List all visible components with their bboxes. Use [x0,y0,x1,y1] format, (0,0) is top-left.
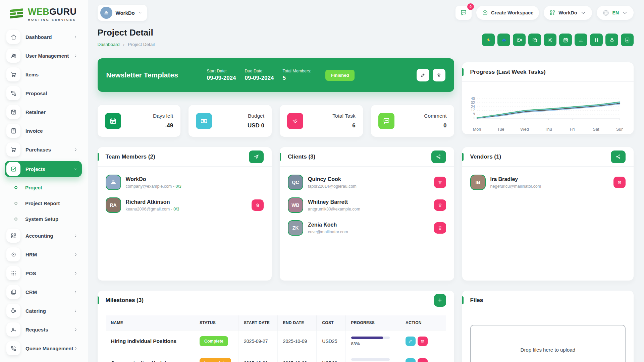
right-column: Progress (Last Week Tasks) 4032241791Mon… [462,62,634,362]
milestones-table-head: NAMESTATUSSTART DATEEND DATECOSTPROGRESS… [106,315,446,330]
accent-bar [98,153,99,161]
window-icon [10,289,17,295]
milestone-status: Complete [194,330,238,352]
google-drive-icon [486,37,491,43]
delete-member-button[interactable] [434,177,446,188]
team-members-card: Team Members (2) WorkDocompany@example.c… [98,147,272,281]
toolbar-gear-button[interactable] [544,34,556,46]
delete-member-button[interactable] [434,222,446,234]
sidebar-item-requests[interactable]: Requests [5,322,82,337]
breadcrumb: Dashboard › Project Detail [98,42,155,47]
sidebar-subitem-system-setup[interactable]: System Setup [5,213,82,225]
sidebar-item-crm[interactable]: CRM [5,285,82,299]
vendors-header: Vendors (1) [462,147,634,167]
invite-member-button[interactable] [249,150,264,163]
clients-title: Clients (3) [288,154,315,160]
sidebar-item-dashboard[interactable]: Dashboard [5,29,82,44]
sidebar-item-catering[interactable]: Catering [5,303,82,318]
sidebar-item-proposal[interactable]: Proposal [5,86,82,101]
milestone-actions [400,352,446,362]
sidebar-item-pos[interactable]: POS [5,266,82,281]
edit-milestone-button[interactable] [406,358,416,362]
toolbar-copy-button[interactable] [528,34,541,46]
doc-icon [10,128,17,134]
toolbar-file-chart-button[interactable] [621,34,634,46]
delete-milestone-button[interactable] [418,358,428,362]
chevron-down-icon [580,10,586,16]
sidebar-item-queue-management[interactable]: Queue Management [5,341,82,356]
sidebar-subitem-label: System Setup [25,216,82,222]
sidebar-item-iconpill [6,86,20,100]
chev-right-icon [73,234,78,238]
project-banner: Newsletter Templates Start Date: 09-09-2… [98,58,454,92]
x-tick-label: Tue [497,127,504,132]
delete-milestone-button[interactable] [418,337,428,346]
workspace-menu-button[interactable]: WorkDo [544,6,592,20]
sidebar-item-iconpill [6,266,20,280]
toolbar-bar-chart-button[interactable] [575,34,587,46]
delete-member-button[interactable] [252,199,264,211]
video-icon [517,37,522,43]
delete-project-button[interactable] [433,69,445,81]
sidebar-item-iconpill [6,322,20,337]
sidebar-item-label: Retainer [25,109,78,115]
accent-bar [98,296,99,304]
sidebar-item-label: Queue Management [25,346,73,351]
add-milestone-button[interactable] [434,294,446,307]
money-icon [200,117,208,125]
sidebar-item-iconpill [6,341,20,355]
team-members-title: Team Members (2) [106,154,155,160]
toolbar-sliders-button[interactable] [590,34,603,46]
sidebar-item-purchases[interactable]: Purchases [5,142,82,157]
delete-member-button[interactable] [434,199,446,211]
member-row-zenia-koch: ZKZenia Kochcuve@mailinator.com [288,220,446,236]
left-column: Newsletter Templates Start Date: 09-09-2… [98,58,454,362]
file-dropzone[interactable]: Drop files here to upload [470,325,626,362]
milestones-card: Milestones (3) NAMESTATUSSTART DATEEND D… [98,291,454,362]
sidebar-item-retainer[interactable]: Retainer [5,105,82,119]
sidebar-item-items[interactable]: Items [5,67,82,82]
team-members-list: WorkDocompany@example.com - 0/3RARichard… [98,167,272,228]
create-workspace-button[interactable]: Create Workspace [476,6,539,20]
toolbar-bug-button[interactable] [605,34,618,46]
avatar: RA [106,197,121,213]
brand-tagline: HOSTING SERVICES [28,18,76,21]
milestone-name: Hiring Individual Positions [106,330,194,352]
sidebar-item-label: Projects [25,166,73,172]
sidebar-item-projects[interactable]: Projects [5,161,82,177]
milestone-start-date: 2025-10-09 [238,352,277,362]
sidebar-item-iconpill [6,304,20,318]
breadcrumb-dashboard-link[interactable]: Dashboard [98,42,120,47]
edit-project-button[interactable] [417,69,429,81]
sidebar-subitem-project-report[interactable]: Project Report [5,197,82,209]
toolbar-onedrive-button[interactable] [497,34,510,46]
edit-milestone-button[interactable] [406,337,416,346]
x-tick-label: Fri [570,127,575,132]
chat-icon [383,117,390,125]
share-clients-button[interactable] [431,150,446,163]
progress-label: 83% [351,341,394,346]
vendors-title: Vendors (1) [470,154,501,160]
delete-member-button[interactable] [613,177,626,188]
start-date-field: Start Date: 09-09-2024 [207,69,236,81]
sidebar-item-iconpill [6,285,20,299]
chevron-right-icon [73,147,78,152]
messages-button[interactable]: 0 [455,6,472,20]
users-icon [10,53,17,59]
toolbar-calendar-button[interactable] [559,34,572,46]
sidebar-item-user-management[interactable]: User Management [5,48,82,63]
workspace-selector[interactable]: WorkDo [98,5,147,21]
user-plus-icon [10,326,17,333]
app-root: WEBGURU HOSTING SERVICES DashboardUser M… [0,0,644,362]
member-row-workdo: WorkDocompany@example.com - 0/3 [106,175,264,190]
share-vendors-button[interactable] [611,150,626,163]
total-members-label: Total Members: [282,69,311,73]
toolbar-google-drive-button[interactable] [482,34,495,46]
toolbar-video-button[interactable] [513,34,526,46]
sidebar-subitem-project[interactable]: Project [5,181,82,194]
sidebar-item-accounting[interactable]: Accounting [5,228,82,243]
sidebar-item-invoice[interactable]: Invoice [5,123,82,138]
sidebar-item-hrm[interactable]: HRM [5,247,82,262]
language-selector[interactable]: EN [597,6,634,20]
building-icon [109,178,117,186]
